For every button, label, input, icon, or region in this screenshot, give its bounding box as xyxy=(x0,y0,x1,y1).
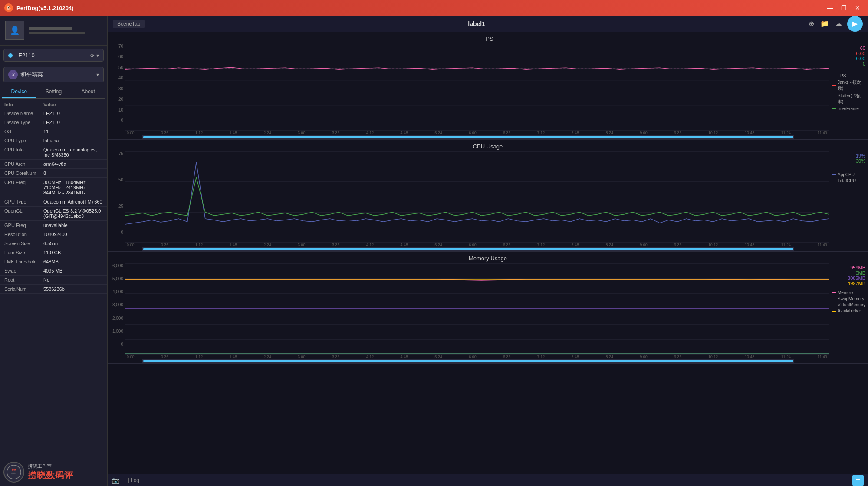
device-selector[interactable]: LE2110 ⟳ ▾ xyxy=(3,49,104,62)
target-icon[interactable]: ⊕ xyxy=(809,20,814,28)
cpu-scrubber[interactable] xyxy=(142,247,794,251)
info-row: RootNo xyxy=(0,276,107,285)
mem-y-3000: 3,000 xyxy=(112,302,123,307)
info-row: Device TypeLE2110 xyxy=(0,118,107,127)
info-key-1: Device Type xyxy=(4,120,43,125)
fps-val-jank: 0.00 xyxy=(832,51,865,56)
memory-right-panel: 959MB 0MB 3085MB 4997MB Memory xyxy=(829,263,868,355)
mem-val-swap: 0MB xyxy=(832,270,865,276)
folder-icon[interactable]: 📁 xyxy=(820,20,829,28)
fps-right-panel: 60 0.00 0.00 0 FPS Ja xyxy=(829,44,868,131)
mem-legend-memory-label: Memory xyxy=(838,290,853,295)
info-key-9: OpenGL xyxy=(4,208,43,213)
info-row: LMK Threshold648MB xyxy=(0,257,107,266)
info-row: Ram Size11.0 GB xyxy=(0,248,107,257)
mem-y-5000: 5,000 xyxy=(112,276,123,281)
info-key-16: Root xyxy=(4,277,43,282)
close-button[interactable]: ✕ xyxy=(852,3,864,12)
mem-legend-swap: SwapMemory xyxy=(832,296,865,301)
fps-y-10: 10 xyxy=(118,108,123,112)
memory-svg xyxy=(125,263,829,355)
info-val-8: Qualcomm Adreno(TM) 660 xyxy=(43,199,103,204)
screenshot-icon[interactable]: 📷 xyxy=(112,477,119,484)
info-key-17: SerialNum xyxy=(4,286,43,292)
fps-y-0: 0 xyxy=(121,118,123,123)
svg-text:捞晓: 捞晓 xyxy=(11,468,16,471)
cpu-y-50: 50 xyxy=(118,177,123,182)
cpu-legend: AppCPU TotalCPU xyxy=(832,172,865,183)
add-chart-button[interactable]: + xyxy=(852,475,864,486)
cpu-legend-app-label: AppCPU xyxy=(838,172,855,177)
tab-about[interactable]: About xyxy=(71,86,105,98)
user-info xyxy=(29,27,85,34)
fps-scrubber-fill xyxy=(143,136,793,138)
memory-y-axis: 6,000 5,000 4,000 3,000 2,000 1,000 0 xyxy=(108,263,125,355)
info-key-10: GPU Freq xyxy=(4,223,43,228)
fps-y-40: 40 xyxy=(118,76,123,80)
sidebar-user-section: 👤 xyxy=(0,16,107,46)
info-key-14: LMK Threshold xyxy=(4,259,43,264)
mem-val-virtual: 3085MB xyxy=(832,276,865,281)
fps-legend-fps-dot xyxy=(832,76,836,76)
info-key-2: OS xyxy=(4,129,43,134)
fps-chart-panel: FPS 70 60 50 40 30 20 10 0 xyxy=(108,32,868,140)
info-row: OS11 xyxy=(0,127,107,136)
info-key-5: CPU Arch xyxy=(4,161,43,167)
logo-main: 捞晓数码评 xyxy=(28,470,73,481)
game-selector[interactable]: ⚔ 和平精英 ▾ xyxy=(3,67,104,82)
fps-chart-area: 70 60 50 40 30 20 10 0 xyxy=(108,44,868,131)
memory-scrubber[interactable] xyxy=(142,359,794,363)
log-checkbox-container: Log xyxy=(124,477,139,483)
device-name-label: LE2110 xyxy=(15,52,88,59)
tab-setting[interactable]: Setting xyxy=(36,86,71,98)
cpu-y-25: 25 xyxy=(118,204,123,209)
device-status-dot xyxy=(8,53,13,58)
mem-y-1000: 1,000 xyxy=(112,329,123,334)
info-rows-container: Device NameLE2110Device TypeLE2110OS11CP… xyxy=(0,109,107,294)
fps-y-axis: 70 60 50 40 30 20 10 0 xyxy=(108,44,125,131)
info-val-14: 648MB xyxy=(43,259,103,264)
game-chevron-down-icon[interactable]: ▾ xyxy=(96,72,99,78)
tab-device[interactable]: Device xyxy=(2,86,36,98)
play-button[interactable]: ▶ xyxy=(847,16,863,32)
title-bar: 🐕 PerfDog(v5.1.210204) — ❐ ✕ xyxy=(0,0,868,16)
info-key-13: Ram Size xyxy=(4,250,43,255)
fps-scrubber[interactable] xyxy=(142,135,794,139)
info-key-6: CPU CoreNum xyxy=(4,171,43,176)
refresh-icon[interactable]: ⟳ xyxy=(90,53,95,59)
mem-legend-virtual-label: VirtualMemory xyxy=(838,302,865,307)
mem-legend-available: AvailableMe... xyxy=(832,309,865,313)
log-checkbox[interactable] xyxy=(124,478,129,483)
info-key-12: Screen Size xyxy=(4,241,43,246)
charts-container: FPS 70 60 50 40 30 20 10 0 xyxy=(108,32,868,474)
info-val-9: OpenGL ES 3.2 V@0525.0 (GIT@4942c1abc3 xyxy=(43,208,103,219)
info-key-15: Swap xyxy=(4,268,43,273)
cpu-y-axis: 75 50 25 0 xyxy=(108,151,125,243)
log-label: Log xyxy=(131,477,139,483)
scene-tab-label[interactable]: SceneTab xyxy=(113,20,145,28)
cpu-x-axis: 0:00 0:36 1:12 1:48 2:24 3:00 3:36 4:12 … xyxy=(125,243,829,251)
cpu-chart-inner xyxy=(125,151,829,243)
minimize-button[interactable]: — xyxy=(824,3,836,12)
info-val-15: 4095 MB xyxy=(43,268,103,273)
mem-y-0: 0 xyxy=(121,342,123,347)
cloud-icon[interactable]: ☁ xyxy=(835,20,842,28)
fps-svg xyxy=(125,44,829,131)
info-key-0: Device Name xyxy=(4,111,43,116)
content-area: SceneTab label1 ⊕ 📁 ☁ ▶ FPS 70 xyxy=(108,16,868,486)
chevron-down-icon[interactable]: ▾ xyxy=(96,53,99,59)
fps-chart-title: FPS xyxy=(108,36,868,42)
logo-subtitle: 捞晓工作室 xyxy=(28,463,73,470)
restore-button[interactable]: ❐ xyxy=(838,3,850,12)
fps-legend-stutter: Stutter(卡顿率) xyxy=(832,93,865,105)
fps-val-60: 60 xyxy=(832,46,865,51)
cpu-scrubber-fill xyxy=(143,248,793,250)
fps-legend-fps-label: FPS xyxy=(838,73,846,78)
cpu-right-panel: 19% 30% AppCPU TotalCPU xyxy=(829,151,868,243)
info-val-16: No xyxy=(43,277,103,282)
fps-legend-stutter-label: Stutter(卡顿率) xyxy=(838,93,865,105)
cpu-val-total: 30% xyxy=(832,158,865,164)
info-table-header: Info Value xyxy=(0,100,107,109)
app-icon: 🐕 xyxy=(4,3,13,12)
window-controls: — ❐ ✕ xyxy=(824,3,864,12)
